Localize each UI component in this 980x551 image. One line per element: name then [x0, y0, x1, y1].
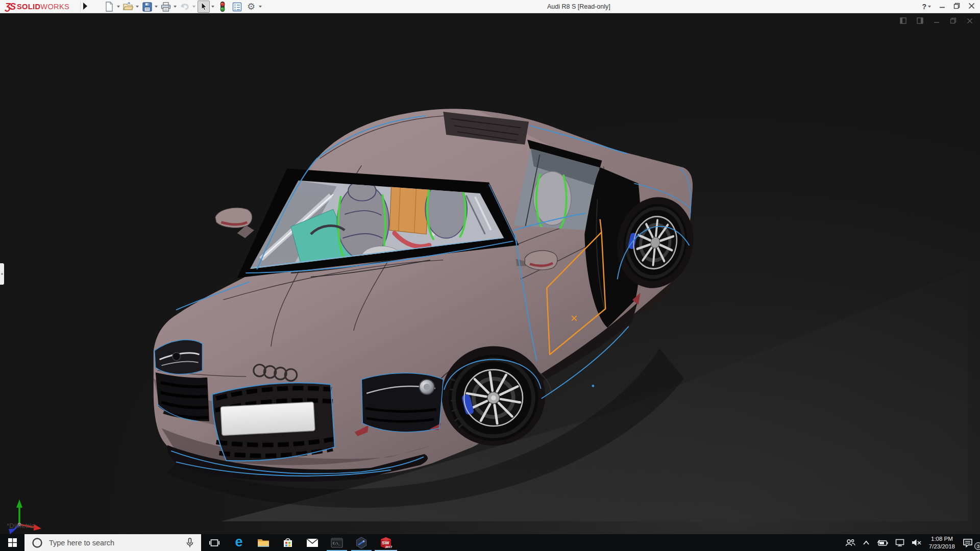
command-prompt-button[interactable]: C:\_ [325, 534, 349, 551]
action-center-icon [963, 538, 973, 547]
volume-muted-icon[interactable] [908, 534, 925, 551]
doc-minimize-button[interactable] [934, 17, 940, 26]
print-button[interactable] [160, 1, 177, 13]
help-button[interactable]: ? [922, 3, 931, 11]
options-dropdown[interactable] [259, 6, 262, 8]
windows-logo-icon [8, 538, 17, 547]
tab-grip-dot [1, 273, 3, 275]
windows-taskbar: Type here to search e [0, 534, 980, 551]
minimize-button[interactable] [939, 2, 945, 11]
hexagon-app-icon [355, 537, 368, 549]
file-properties-button[interactable] [231, 1, 243, 13]
undo-icon[interactable] [179, 1, 191, 13]
clock[interactable]: 1:08 PM 7/23/2018 [925, 534, 959, 551]
y-axis-arrow [16, 499, 22, 508]
projector-lens [173, 353, 181, 361]
open-dropdown[interactable] [136, 6, 139, 8]
select-button[interactable] [198, 1, 214, 13]
print-icon[interactable] [160, 1, 172, 13]
microphone-icon[interactable] [186, 538, 194, 548]
hexagon-app-button[interactable] [349, 534, 374, 551]
restore-button[interactable] [953, 2, 960, 11]
command-prompt-icon: C:\_ [331, 538, 343, 548]
new-document-button[interactable] [103, 1, 120, 13]
doc-restore-button[interactable] [950, 17, 957, 26]
gear-icon[interactable]: ⚙ [245, 1, 257, 13]
feature-panel-collapsed-tab[interactable] [0, 263, 4, 285]
doc-close-button[interactable] [967, 17, 973, 26]
hidden-icons-chevron[interactable] [859, 534, 873, 551]
mail-icon [306, 538, 318, 547]
window-controls: ? [922, 0, 975, 13]
store-button[interactable] [276, 534, 300, 551]
select-dropdown[interactable] [211, 6, 214, 8]
toolbar-separator [80, 1, 81, 12]
traffic-light-icon[interactable] [216, 1, 229, 13]
document-title: Audi R8 S [Read-only] [547, 3, 610, 10]
lens-core [424, 384, 430, 390]
graphics-viewport[interactable]: *Dimetric [0, 13, 980, 534]
solidworks-2017-button[interactable]: SW 2017 [374, 534, 398, 551]
new-document-icon[interactable] [103, 1, 115, 13]
document-window-controls [900, 17, 973, 26]
title-bar: ƷS SOLIDWORKS [0, 0, 980, 13]
dassault-mark-icon: ƷS [5, 2, 15, 12]
taskbar-search[interactable]: Type here to search [24, 534, 201, 551]
pane-icon-left[interactable] [900, 17, 906, 26]
file-explorer-icon [257, 538, 270, 548]
solidworks-2017-icon: SW 2017 [379, 536, 393, 549]
svg-text:C:\_: C:\_ [333, 541, 340, 545]
people-button[interactable] [842, 534, 859, 551]
notification-badge: 3 [974, 542, 980, 550]
tray-time: 1:08 PM [929, 535, 955, 542]
mirror-left[interactable] [215, 208, 254, 238]
options-button[interactable]: ⚙ [245, 1, 262, 13]
car-model-audi-r8[interactable] [0, 13, 980, 534]
save-floppy-icon[interactable] [141, 1, 153, 13]
print-dropdown[interactable] [174, 6, 177, 8]
file-explorer-button[interactable] [251, 534, 276, 551]
taskbar-app-icons: e C: [202, 534, 398, 551]
search-placeholder: Type here to search [49, 539, 186, 547]
undo-button[interactable] [179, 1, 195, 13]
select-cursor-icon[interactable] [198, 1, 210, 13]
edge-browser-button[interactable]: e [227, 534, 251, 551]
system-tray: 1:08 PM 7/23/2018 3 [842, 534, 980, 551]
pane-icon-right[interactable] [917, 17, 923, 26]
save-button[interactable] [141, 1, 158, 13]
open-document-button[interactable] [122, 1, 139, 13]
close-button[interactable] [968, 2, 975, 11]
undo-dropdown[interactable] [192, 6, 195, 8]
task-view-button[interactable] [202, 534, 227, 551]
battery-icon[interactable] [873, 534, 892, 551]
open-folder-icon[interactable] [122, 1, 134, 13]
mail-button[interactable] [300, 534, 325, 551]
save-dropdown[interactable] [155, 6, 158, 8]
store-icon [282, 537, 293, 548]
edge-icon: e [235, 535, 242, 549]
main-toolbar: ⚙ [102, 0, 263, 13]
menu-flyout-arrow[interactable] [83, 3, 87, 10]
tray-date: 7/23/2018 [929, 543, 955, 550]
start-button[interactable] [0, 534, 24, 551]
svg-text:SW: SW [382, 540, 389, 545]
network-icon[interactable] [892, 534, 908, 551]
action-center-button[interactable]: 3 [959, 534, 980, 551]
license-plate [220, 402, 315, 436]
solidworks-logo: ƷS SOLIDWORKS [5, 1, 69, 12]
help-dropdown[interactable] [928, 6, 931, 8]
view-orientation-label: *Dimetric [7, 522, 35, 530]
rebuild-button[interactable] [216, 1, 229, 13]
svg-text:2017: 2017 [385, 545, 393, 548]
properties-list-icon[interactable] [231, 1, 243, 13]
cortana-icon [32, 537, 43, 548]
new-document-dropdown[interactable] [117, 6, 120, 8]
